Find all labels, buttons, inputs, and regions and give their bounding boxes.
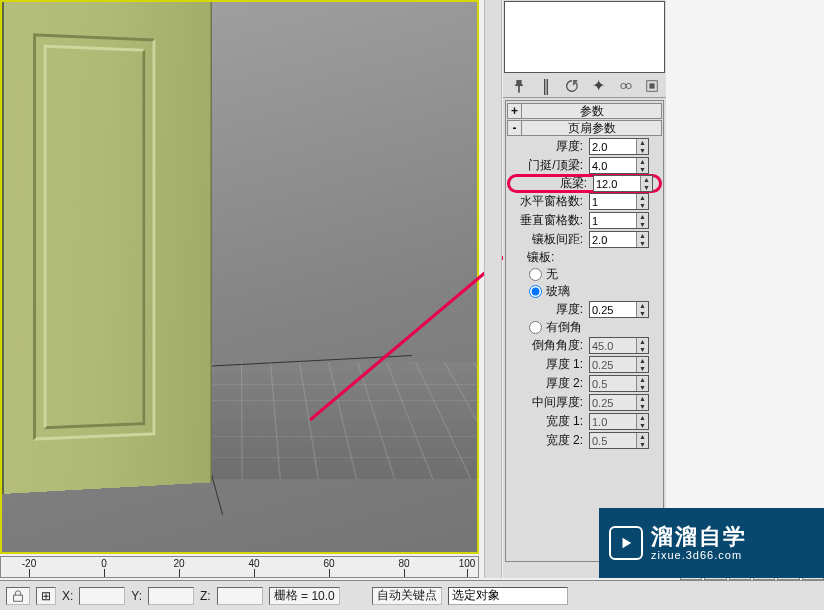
svg-point-2 [626,83,631,88]
viewport-3d[interactable] [0,0,479,554]
x-field[interactable] [79,587,125,605]
divider-icon: ‖ [538,78,554,94]
watermark-title: 溜溜自学 [651,525,747,549]
param-mid: 中间厚度: ▲▼ [507,393,662,412]
watermark: 溜溜自学 zixue.3d66.com [599,508,824,578]
bind-icon[interactable] [618,78,634,94]
expand-icon: + [508,104,522,118]
t2-spinner[interactable]: ▲▼ [589,375,649,392]
pin-icon[interactable] [511,78,527,94]
w2-spinner[interactable]: ▲▼ [589,432,649,449]
stile-spinner[interactable]: ▲▼ [589,157,649,174]
x-label: X: [62,589,73,603]
svg-rect-5 [14,595,23,601]
y-field[interactable] [148,587,194,605]
rollout-title-label: 页扇参数 [522,120,661,137]
thickness-spinner[interactable]: ▲▼ [589,138,649,155]
mid-spinner[interactable]: ▲▼ [589,394,649,411]
radio-glass[interactable]: 玻璃 [529,283,662,300]
selection-dropdown[interactable] [448,587,568,605]
param-t2: 厚度 2: ▲▼ [507,374,662,393]
material-preview[interactable] [504,1,665,73]
door-base-wire [182,355,452,515]
history-icon[interactable] [564,78,580,94]
door-panel [33,33,155,440]
divider-vertical [484,0,502,578]
param-hcount: 水平窗格数: ▲▼ [507,192,662,211]
radio-none[interactable]: 无 [529,266,662,283]
radio-bevel[interactable]: 有倒角 [529,319,662,336]
rollout-title-label: 参数 [522,103,661,120]
param-w2: 宽度 2: ▲▼ [507,431,662,450]
watermark-url: zixue.3d66.com [651,549,747,561]
y-label: Y: [131,589,142,603]
grid-readout: 栅格 = 10.0 [269,587,340,605]
rollout-leaf-params[interactable]: - 页扇参数 [507,120,662,136]
timeline-ruler[interactable]: -20 0 20 40 60 80 100 [0,556,479,578]
param-w1: 宽度 1: ▲▼ [507,412,662,431]
door-object[interactable] [2,2,212,494]
panel-icon-row: ‖ ✦ [503,74,666,98]
param-vcount: 垂直窗格数: ▲▼ [507,211,662,230]
param-bevel-angle: 倒角角度: ▲▼ [507,336,662,355]
collapse-icon: - [508,121,522,135]
vcount-spinner[interactable]: ▲▼ [589,212,649,229]
w1-spinner[interactable]: ▲▼ [589,413,649,430]
param-stile: 门挺/顶梁: ▲▼ [507,156,662,175]
svg-rect-4 [650,83,655,88]
param-spacing: 镶板间距: ▲▼ [507,230,662,249]
panel-section-label: 镶板: [507,249,662,266]
z-field[interactable] [217,587,263,605]
favorite-icon[interactable]: ✦ [591,78,607,94]
command-panel: ‖ ✦ + 参数 - 页扇参数 厚度: ▲▼ 门挺/顶梁: ▲▼ 底梁: ▲▼ … [503,0,666,578]
status-bar: ⊞ X: Y: Z: 栅格 = 10.0 自动关键点 [0,580,824,610]
panel-type-radios: 无 玻璃 [507,266,662,300]
hcount-spinner[interactable]: ▲▼ [589,193,649,210]
param-thickness: 厚度: ▲▼ [507,137,662,156]
snap-icon[interactable]: ⊞ [36,587,56,605]
glass-thickness-spinner[interactable]: ▲▼ [589,301,649,318]
lock-icon[interactable] [6,587,30,605]
t1-spinner[interactable]: ▲▼ [589,356,649,373]
rollout-area: + 参数 - 页扇参数 厚度: ▲▼ 门挺/顶梁: ▲▼ 底梁: ▲▼ 水平窗格… [505,100,664,562]
autokey-button[interactable]: 自动关键点 [372,587,442,605]
right-blank-area [666,0,824,508]
spacing-spinner[interactable]: ▲▼ [589,231,649,248]
param-bottom-highlighted: 底梁: ▲▼ [507,174,662,193]
bottom-spinner[interactable]: ▲▼ [593,175,653,192]
viewport-scene [2,2,477,552]
svg-point-1 [620,83,625,88]
param-glass-thickness: 厚度: ▲▼ [507,300,662,319]
z-label: Z: [200,589,211,603]
rollout-params[interactable]: + 参数 [507,103,662,119]
play-icon [609,526,643,560]
config-icon[interactable] [644,78,660,94]
panel-type-radios2: 有倒角 [507,319,662,336]
param-t1: 厚度 1: ▲▼ [507,355,662,374]
bevel-angle-spinner[interactable]: ▲▼ [589,337,649,354]
